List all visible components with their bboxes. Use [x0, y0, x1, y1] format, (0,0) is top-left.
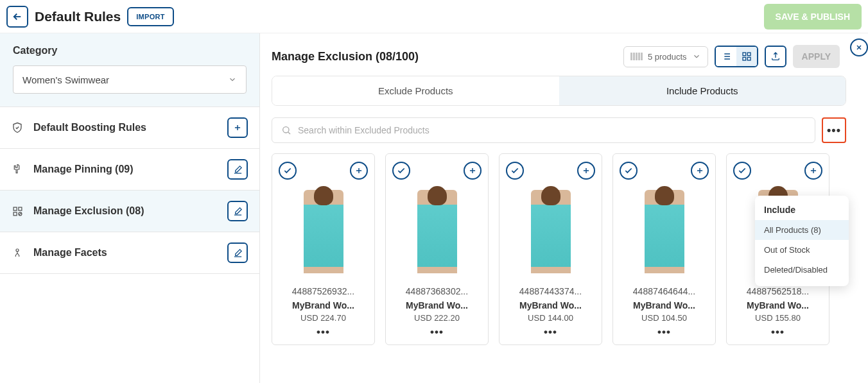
- product-card: 44887464644... MyBrand Wo... USD 104.50 …: [612, 153, 716, 345]
- product-sku: 44887443374...: [506, 286, 595, 296]
- search-icon: [281, 125, 291, 135]
- chevron-down-icon: [692, 52, 701, 61]
- edit-icon: [233, 248, 243, 258]
- grid-view-button[interactable]: [736, 47, 757, 66]
- header-controls: 5 products APPLY: [623, 45, 840, 68]
- apply-button[interactable]: APPLY: [793, 45, 840, 68]
- tab-exclude[interactable]: Exclude Products: [272, 76, 559, 105]
- check-icon: [624, 166, 633, 175]
- product-brand: MyBrand Wo...: [392, 300, 482, 311]
- pin-icon: [12, 164, 23, 175]
- select-button[interactable]: [506, 162, 524, 180]
- add-button[interactable]: [691, 162, 709, 180]
- check-icon: [397, 166, 406, 175]
- back-button[interactable]: [6, 6, 28, 28]
- close-icon: [855, 44, 863, 51]
- plus-icon: [582, 166, 591, 175]
- sidebar-item-exclusion[interactable]: Manage Exclusion (08): [0, 191, 259, 232]
- product-image: [417, 190, 457, 273]
- svg-rect-2: [13, 212, 17, 215]
- product-sku: 44887368302...: [392, 286, 482, 296]
- product-price: USD 155.80: [733, 313, 822, 323]
- sidebar-item-boosting[interactable]: Default Boosting Rules: [0, 107, 259, 149]
- sidebar-item-facets[interactable]: Manage Facets: [0, 232, 259, 274]
- product-price: USD 144.00: [506, 313, 595, 323]
- chevron-down-icon: [228, 75, 237, 84]
- edit-button[interactable]: [227, 201, 248, 221]
- product-brand: MyBrand Wo...: [733, 300, 822, 311]
- shield-icon: [12, 122, 23, 133]
- svg-point-9: [283, 127, 289, 133]
- card-more-button[interactable]: •••: [279, 329, 368, 339]
- search-input[interactable]: [298, 125, 806, 135]
- svg-rect-7: [743, 57, 746, 60]
- sidebar-item-label: Default Boosting Rules: [33, 122, 146, 133]
- add-button[interactable]: [577, 162, 595, 180]
- category-section: Category Women's Swimwear: [0, 33, 259, 107]
- product-image: [531, 190, 571, 273]
- grid-icon: [742, 51, 752, 62]
- zoom-control[interactable]: 5 products: [623, 46, 708, 67]
- svg-rect-0: [13, 207, 17, 210]
- dropdown-item-all[interactable]: All Products (8): [755, 220, 849, 240]
- top-bar-left: Default Rules IMPORT: [6, 6, 174, 28]
- add-button[interactable]: [804, 162, 822, 180]
- main-content: Manage Exclusion (08/100) 5 products: [260, 33, 868, 383]
- close-button[interactable]: [850, 38, 868, 56]
- include-dropdown: Include All Products (8) Out of Stock De…: [755, 196, 849, 286]
- select-button[interactable]: [733, 162, 751, 180]
- product-price: USD 224.70: [279, 313, 368, 323]
- save-publish-button[interactable]: SAVE & PUBLISH: [764, 4, 862, 30]
- import-button[interactable]: IMPORT: [127, 7, 174, 26]
- edit-button[interactable]: [227, 159, 248, 180]
- card-more-button[interactable]: •••: [733, 329, 822, 339]
- sidebar-item-label: Manage Facets: [33, 247, 107, 259]
- page-title: Default Rules: [35, 9, 121, 24]
- card-more-button[interactable]: •••: [620, 329, 709, 339]
- zoom-label: 5 products: [648, 52, 687, 62]
- select-button[interactable]: [620, 162, 638, 180]
- product-brand: MyBrand Wo...: [620, 300, 709, 311]
- edit-button[interactable]: [227, 243, 248, 263]
- svg-rect-6: [747, 53, 751, 56]
- dropdown-header: Include: [755, 202, 849, 220]
- list-view-button[interactable]: [716, 47, 736, 66]
- edit-icon: [233, 207, 243, 216]
- sidebar: Category Women's Swimwear Default Boosti…: [0, 33, 260, 383]
- product-price: USD 222.20: [392, 313, 482, 323]
- plus-icon: [354, 166, 363, 175]
- card-more-button[interactable]: •••: [506, 329, 595, 339]
- svg-point-4: [16, 249, 19, 251]
- product-brand: MyBrand Wo...: [279, 300, 368, 311]
- add-button[interactable]: [464, 162, 482, 180]
- product-card: 44887368302... MyBrand Wo... USD 222.20 …: [385, 153, 489, 345]
- sidebar-item-pinning[interactable]: Manage Pinning (09): [0, 149, 259, 191]
- svg-rect-5: [743, 53, 746, 56]
- more-options-button[interactable]: •••: [822, 117, 846, 143]
- product-brand: MyBrand Wo...: [506, 300, 595, 311]
- select-button[interactable]: [279, 162, 297, 180]
- zoom-bars-icon: [630, 53, 643, 60]
- svg-rect-1: [18, 207, 21, 210]
- tab-include[interactable]: Include Products: [559, 76, 846, 105]
- search-box[interactable]: [272, 117, 815, 143]
- category-label: Category: [13, 45, 247, 56]
- card-more-button[interactable]: •••: [392, 329, 482, 339]
- add-button[interactable]: [350, 162, 368, 180]
- view-toggle: [715, 46, 758, 67]
- product-image: [304, 190, 343, 273]
- export-button[interactable]: [765, 46, 786, 67]
- svg-rect-8: [747, 57, 751, 60]
- tabs: Exclude Products Include Products: [272, 76, 846, 106]
- dropdown-item-deleted[interactable]: Deleted/Disabled: [755, 260, 849, 280]
- sidebar-item-label: Manage Pinning (09): [33, 164, 134, 175]
- sidebar-item-label: Manage Exclusion (08): [33, 205, 144, 217]
- select-button[interactable]: [392, 162, 410, 180]
- plus-icon: [468, 166, 477, 175]
- add-button[interactable]: [227, 117, 248, 138]
- category-select[interactable]: Women's Swimwear: [13, 65, 247, 94]
- product-price: USD 104.50: [620, 313, 709, 323]
- dropdown-item-oos[interactable]: Out of Stock: [755, 240, 849, 260]
- product-sku: 44887562518...: [733, 286, 822, 296]
- product-card: 44887443374... MyBrand Wo... USD 144.00 …: [499, 153, 602, 345]
